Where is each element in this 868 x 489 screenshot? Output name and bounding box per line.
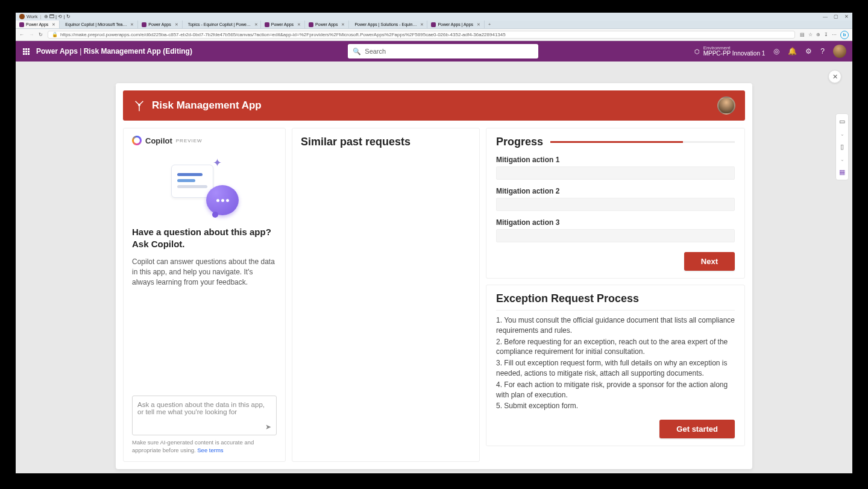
copilot-illustration: ✦ (165, 156, 244, 216)
device-preview-toolbar: ▭ ⌄ ▯ ⌄ ▦ (835, 113, 849, 180)
tab-close-icon[interactable]: ✕ (477, 22, 480, 27)
copilot-header-icon[interactable]: ◎ (773, 47, 779, 55)
nav-refresh-icon[interactable]: ↻ (39, 32, 43, 37)
tab-close-icon[interactable]: ✕ (254, 22, 258, 27)
os-titlebar: Work | ⊕ 🗖 | ⟲ | ↻ — ▢ ✕ (16, 13, 852, 21)
process-step: 2. Before requesting for an exception, r… (496, 337, 735, 358)
phone-icon[interactable]: ▯ (840, 143, 844, 151)
calendar-icon[interactable]: ▦ (839, 168, 845, 176)
search-icon: 🔍 (353, 48, 361, 55)
progress-bar (550, 141, 735, 143)
minimize-icon[interactable]: — (823, 14, 828, 19)
product-name[interactable]: Power Apps (36, 47, 78, 55)
copilot-note: Make sure AI-generated content is accura… (132, 439, 277, 454)
browser-icon[interactable]: ⋯ (832, 32, 837, 37)
browser-icon[interactable]: ↧ (824, 32, 828, 37)
send-icon[interactable]: ➤ (265, 423, 271, 431)
help-icon[interactable]: ? (820, 47, 825, 55)
os-task-label: Work (27, 14, 38, 19)
tab-close-icon[interactable]: ✕ (420, 22, 424, 27)
mitigation-label: Mitigation action 2 (496, 187, 735, 195)
browser-address-bar: ← → ↻ 🔒 https://make.preprod.powerapps.c… (16, 29, 852, 41)
window-controls[interactable]: — ▢ ✕ (823, 14, 849, 19)
environment-icon: ⬡ (694, 48, 700, 55)
url-input[interactable]: 🔒 https://make.preprod.powerapps.com/e/d… (48, 31, 795, 39)
preview-badge: PREVIEW (176, 138, 203, 144)
lock-icon: 🔒 (52, 32, 58, 37)
similar-requests-panel: Similar past requests (292, 128, 480, 462)
product-header: Power Apps | Risk Management App (Editin… (16, 41, 852, 62)
copilot-description: Copilot can answer questions about the d… (132, 257, 277, 288)
app-title: Risk Management App (152, 99, 262, 112)
browser-tab[interactable]: Power Apps✕ (138, 21, 182, 28)
tablet-landscape-icon[interactable]: ▭ (839, 118, 845, 125)
progress-title: Progress (496, 136, 543, 148)
tab-close-icon[interactable]: ✕ (175, 22, 178, 27)
tab-close-icon[interactable]: ✕ (52, 22, 55, 27)
canvas-area: ✕ ▭ ⌄ ▯ ⌄ ▦ Risk Management App (16, 62, 852, 473)
maximize-icon[interactable]: ▢ (834, 14, 838, 19)
tab-close-icon[interactable]: ✕ (341, 22, 345, 27)
browser-tab[interactable]: Topics - Equinor Copilot | Powe…✕ (183, 21, 261, 28)
process-step: 5. Submit exception form. (496, 401, 735, 411)
app-preview-card: Risk Management App Copilot PREVIEW ✦ (116, 83, 752, 469)
global-search[interactable]: 🔍 Search (348, 44, 538, 58)
user-avatar[interactable] (833, 45, 846, 58)
mitigation-input[interactable] (496, 166, 735, 180)
see-terms-link[interactable]: See terms (197, 447, 223, 453)
browser-tab[interactable]: Power Apps | Solutions - Equin…✕ (349, 21, 427, 28)
similar-title: Similar past requests (301, 136, 471, 148)
tab-close-icon[interactable]: ✕ (297, 22, 301, 27)
copilot-input[interactable]: Ask a question about the data in this ap… (132, 396, 277, 435)
os-user-avatar (19, 14, 25, 19)
mitigation-input[interactable] (496, 198, 735, 211)
browser-icon[interactable]: ⊕ (816, 32, 820, 37)
progress-panel: Progress Mitigation action 1Mitigation a… (486, 128, 745, 279)
close-icon[interactable]: ✕ (844, 14, 849, 19)
process-title: Exception Request Process (496, 292, 735, 305)
url-text: https://make.preprod.powerapps.com/e/d6d… (60, 32, 506, 37)
app-launcher-icon[interactable] (16, 48, 36, 55)
search-placeholder: Search (365, 48, 386, 55)
browser-tab[interactable]: Power Apps✕ (305, 21, 349, 28)
notifications-icon[interactable]: 🔔 (788, 47, 797, 55)
nav-forward-icon[interactable]: → (29, 32, 34, 37)
copilot-panel: Copilot PREVIEW ✦ Have a question about … (123, 128, 286, 462)
browser-tab[interactable]: Power Apps✕ (261, 21, 305, 28)
tab-close-icon[interactable]: ✕ (130, 22, 134, 27)
browser-tab[interactable]: Equinor Copilot | Microsoft Tea…✕ (60, 21, 138, 28)
wind-turbine-icon (133, 99, 146, 112)
copilot-heading: Have a question about this app? Ask Copi… (132, 226, 277, 251)
browser-tabstrip: Power Apps✕Equinor Copilot | Microsoft T… (16, 21, 852, 29)
browser-icon[interactable]: ☆ (808, 32, 813, 37)
new-tab-button[interactable]: + (485, 22, 494, 27)
get-started-button[interactable]: Get started (659, 420, 735, 438)
browser-tab[interactable]: Power Apps✕ (16, 21, 60, 28)
browser-tab[interactable]: Power Apps | Apps✕ (427, 21, 485, 28)
copilot-logo-icon (132, 136, 142, 145)
app-header: Risk Management App (123, 90, 745, 121)
page-title: Risk Management App (Editing) (84, 47, 192, 55)
os-icon: ⊕ 🗖 | ⟲ | ↻ (44, 14, 71, 19)
bing-icon[interactable]: b (840, 31, 849, 39)
copilot-name: Copilot (145, 136, 172, 145)
process-step: 4. For each action to mitigate risk, pro… (496, 380, 735, 400)
mitigation-label: Mitigation action 3 (496, 218, 735, 227)
app-user-avatar[interactable] (717, 96, 735, 115)
mitigation-input[interactable] (496, 229, 735, 242)
environment-picker[interactable]: ⬡ Environment MPPC-PP Innovation 1 (694, 46, 766, 57)
process-step: 1. You must consult the official guidanc… (496, 315, 735, 336)
nav-back-icon[interactable]: ← (19, 32, 24, 37)
process-step: 3. Fill out exception request form, with… (496, 358, 735, 379)
mitigation-label: Mitigation action 1 (496, 156, 735, 164)
next-button[interactable]: Next (684, 252, 735, 271)
exception-process-panel: Exception Request Process 1. You must co… (486, 285, 745, 446)
copilot-placeholder: Ask a question about the data in this ap… (137, 401, 265, 415)
close-preview-button[interactable]: ✕ (828, 70, 841, 83)
settings-icon[interactable]: ⚙ (805, 47, 812, 55)
browser-icon[interactable]: ▤ (800, 32, 805, 37)
